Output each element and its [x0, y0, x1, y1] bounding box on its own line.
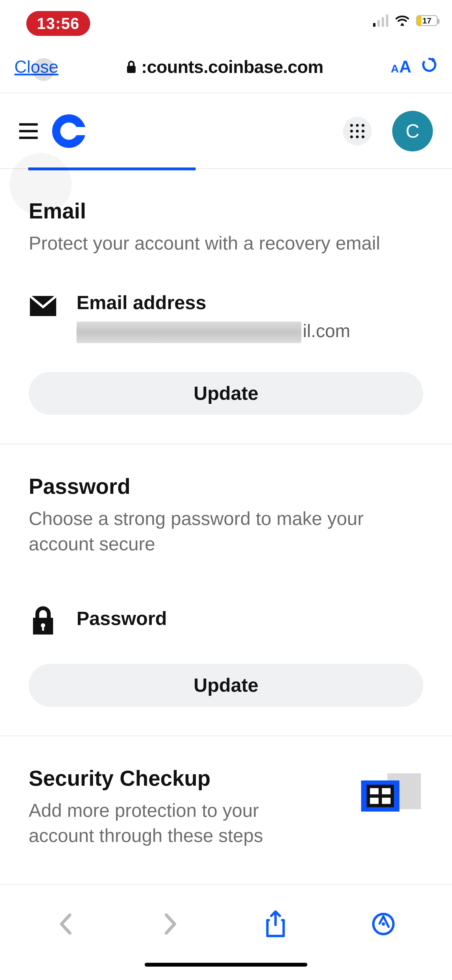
section-subtitle: Protect your account with a recovery ema…: [29, 231, 423, 256]
share-button[interactable]: [264, 910, 287, 939]
section-subtitle: Choose a strong password to make your ac…: [29, 506, 423, 557]
coinbase-logo-icon[interactable]: [52, 115, 86, 148]
section-email: Email Protect your account with a recove…: [0, 169, 452, 444]
battery-percent: 17: [417, 16, 437, 25]
url-text: :counts.coinbase.com: [141, 57, 324, 77]
svg-rect-5: [42, 626, 44, 631]
mail-icon: [30, 296, 56, 316]
lock-icon: [32, 606, 54, 635]
lock-icon: [126, 60, 136, 73]
forward-button[interactable]: [160, 912, 179, 936]
svg-point-13: [382, 922, 385, 926]
svg-point-0: [401, 23, 403, 25]
section-password: Password Choose a strong password to mak…: [0, 444, 452, 736]
battery-icon: 17: [416, 15, 438, 26]
browser-address-bar: Close :counts.coinbase.com AA: [0, 41, 452, 93]
menu-button[interactable]: [19, 123, 38, 139]
section-security-checkup: Security Checkup Add more protection to …: [0, 736, 452, 858]
tab-indicator: [28, 167, 196, 170]
settings-content: Email Protect your account with a recove…: [0, 169, 452, 858]
back-button[interactable]: [57, 912, 76, 936]
field-label: Password: [76, 608, 423, 630]
field-label: Email address: [76, 292, 423, 313]
reload-button[interactable]: [421, 56, 438, 77]
clock-pill: 13:56: [26, 11, 90, 36]
app-header: C: [0, 93, 452, 169]
close-button[interactable]: Close: [14, 57, 59, 76]
section-title: Password: [29, 474, 423, 499]
email-value: il.com: [76, 320, 423, 343]
apps-grid-button[interactable]: [343, 117, 372, 145]
avatar[interactable]: C: [392, 111, 433, 151]
svg-rect-1: [127, 66, 136, 73]
tabs-button[interactable]: [371, 912, 395, 936]
home-indicator[interactable]: [145, 963, 307, 967]
cell-signal-icon: [373, 14, 389, 27]
redacted-block: [76, 321, 301, 343]
section-subtitle: Add more protection to your account thro…: [29, 798, 311, 848]
section-title: Email: [29, 199, 423, 223]
security-illustration-icon: [356, 766, 423, 848]
url-display[interactable]: :counts.coinbase.com: [68, 57, 381, 77]
wifi-icon: [396, 15, 409, 26]
update-email-button[interactable]: Update: [29, 372, 423, 415]
section-title: Security Checkup: [29, 766, 347, 791]
update-password-button[interactable]: Update: [29, 664, 423, 707]
browser-toolbar: [0, 884, 452, 980]
text-size-button[interactable]: AA: [391, 57, 411, 76]
status-bar: 13:56 17: [0, 0, 452, 41]
